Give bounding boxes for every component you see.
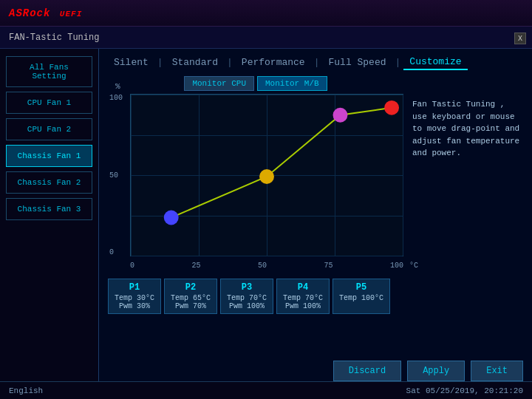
apply-button[interactable]: Apply: [407, 361, 465, 381]
p1-temp: Temp 30°C: [115, 294, 154, 302]
info-text: Fan Tastic Tuning , use keyboard or mous…: [412, 76, 523, 314]
logo-uefi: UEFI: [60, 10, 82, 18]
tab-sep-4: |: [395, 57, 401, 68]
p4-temp: Temp 70°C: [283, 294, 323, 302]
titlebar: FAN-Tastic Tuning X: [0, 27, 532, 49]
p2-title: P2: [171, 282, 211, 293]
chart-area: Monitor CPU Monitor M/B % 100 50 0: [108, 76, 403, 314]
action-buttons: Discard Apply Exit: [333, 361, 523, 381]
y-axis-labels: 100 50 0: [109, 94, 123, 256]
btn-cpu-fan-1[interactable]: CPU Fan 1: [6, 92, 92, 114]
p5-title: P5: [339, 282, 383, 293]
sidebar: All Fans Setting CPU Fan 1 CPU Fan 2 Cha…: [0, 49, 99, 389]
main-layout: All Fans Setting CPU Fan 1 CPU Fan 2 Cha…: [0, 49, 532, 389]
p-point-3[interactable]: P3 Temp 70°C Pwm 100%: [220, 279, 273, 314]
btn-chassis-fan-2[interactable]: Chassis Fan 2: [6, 171, 92, 194]
monitor-buttons: Monitor CPU Monitor M/B: [108, 76, 403, 91]
p5-temp: Temp 100°C: [339, 294, 383, 302]
p4-title: P4: [283, 282, 323, 293]
p4-pwm: Pwm 100%: [283, 302, 323, 310]
p2-pwm: Pwm 70%: [171, 302, 211, 310]
p-point-4[interactable]: P4 Temp 70°C Pwm 100%: [276, 279, 330, 314]
p3-pwm: Pwm 100%: [227, 302, 267, 310]
x-label-50: 50: [258, 262, 267, 270]
x-axis-labels: 0 25 50 75 100: [130, 262, 403, 270]
drag-point-4: [384, 100, 399, 115]
close-button[interactable]: X: [514, 33, 526, 44]
p1-pwm: Pwm 30%: [115, 302, 154, 310]
p-point-2[interactable]: P2 Temp 65°C Pwm 70%: [164, 279, 217, 314]
p1-title: P1: [115, 282, 154, 293]
p-points-row: P1 Temp 30°C Pwm 30% P2 Temp 65°C Pwm 70…: [108, 279, 403, 314]
y-label-50: 50: [109, 171, 123, 180]
drag-point-2: [259, 169, 274, 184]
datetime-display: Sat 05/25/2019, 20:21:20: [406, 386, 523, 395]
content-area: Silent | Standard | Performance | Full S…: [99, 49, 532, 389]
window-title: FAN-Tastic Tuning: [9, 33, 99, 43]
logo-asrock: ASRock: [9, 7, 50, 19]
tab-sep-3: |: [314, 57, 320, 68]
drag-point-1: [164, 211, 179, 225]
tab-fullspeed[interactable]: Full Speed: [323, 55, 392, 69]
tab-standard[interactable]: Standard: [166, 55, 224, 69]
language-select[interactable]: English: [9, 386, 43, 395]
tab-silent[interactable]: Silent: [108, 55, 154, 69]
tab-sep-2: |: [227, 57, 233, 68]
y-label-100: 100: [109, 94, 123, 102]
p3-temp: Temp 70°C: [227, 294, 267, 302]
btn-chassis-fan-3[interactable]: Chassis Fan 3: [6, 198, 92, 220]
monitor-mb-btn[interactable]: Monitor M/B: [257, 76, 327, 91]
fan-chart[interactable]: [130, 94, 403, 256]
x-label-0: 0: [130, 262, 134, 270]
y-label-0: 0: [109, 248, 123, 256]
logo: ASRock UEFI: [9, 7, 82, 19]
btn-all-fans[interactable]: All Fans Setting: [6, 56, 92, 87]
p3-title: P3: [227, 282, 267, 293]
btn-cpu-fan-2[interactable]: CPU Fan 2: [6, 118, 92, 140]
x-label-25: 25: [191, 262, 200, 270]
tab-bar: Silent | Standard | Performance | Full S…: [108, 55, 523, 70]
monitor-cpu-btn[interactable]: Monitor CPU: [184, 76, 254, 91]
exit-button[interactable]: Exit: [471, 361, 523, 381]
tab-performance[interactable]: Performance: [236, 55, 311, 69]
p-point-1[interactable]: P1 Temp 30°C Pwm 30%: [108, 279, 161, 314]
p2-temp: Temp 65°C: [171, 294, 211, 302]
p-point-5[interactable]: P5 Temp 100°C: [332, 279, 390, 314]
chart-container: Monitor CPU Monitor M/B % 100 50 0: [108, 76, 523, 314]
tab-sep-1: |: [157, 57, 163, 68]
discard-button[interactable]: Discard: [333, 361, 401, 381]
status-bar: English Sat 05/25/2019, 20:21:20: [0, 381, 532, 399]
x-label-75: 75: [324, 262, 332, 270]
btn-chassis-fan-1[interactable]: Chassis Fan 1: [6, 145, 92, 167]
x-axis-unit: °C: [409, 262, 418, 270]
tab-customize[interactable]: Customize: [403, 55, 467, 70]
x-label-100: 100: [390, 262, 403, 270]
y-axis-label: %: [115, 82, 120, 91]
drag-point-3: [333, 108, 348, 123]
chart-svg: [131, 95, 403, 256]
header: ASRock UEFI: [0, 0, 532, 27]
